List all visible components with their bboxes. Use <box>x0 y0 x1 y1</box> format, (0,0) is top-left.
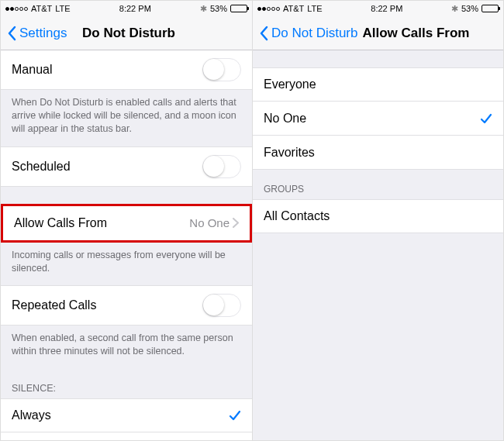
chevron-left-icon <box>7 26 16 41</box>
scheduled-toggle[interactable] <box>202 155 241 178</box>
page-title: Allow Calls From <box>362 26 469 41</box>
option-no-one-row[interactable]: No One <box>253 102 503 136</box>
repeated-calls-toggle[interactable] <box>202 294 241 317</box>
screen-allow-calls-from: AT&T LTE 8:22 PM ✱ 53% Do Not Disturb Al… <box>252 1 503 440</box>
allow-calls-value: No One <box>189 216 230 229</box>
silence-always-row[interactable]: Always <box>1 398 252 432</box>
settings-content[interactable]: Manual When Do Not Disturb is enabled ca… <box>1 50 252 440</box>
allow-calls-from-row[interactable]: Allow Calls From No One <box>3 206 250 240</box>
option-everyone-label: Everyone <box>264 78 492 91</box>
repeated-calls-label: Repeated Calls <box>12 298 202 312</box>
option-everyone-row[interactable]: Everyone <box>253 67 503 102</box>
back-button[interactable]: Settings <box>7 26 67 41</box>
allow-calls-footer-text: Incoming calls or messages from everyone… <box>1 243 252 286</box>
manual-toggle[interactable] <box>202 58 241 81</box>
bluetooth-icon: ✱ <box>200 4 207 14</box>
clock-label: 8:22 PM <box>371 4 402 13</box>
signal-dots-icon <box>257 7 280 11</box>
screen-do-not-disturb: AT&T LTE 8:22 PM ✱ 53% Settings Do Not D… <box>1 1 252 440</box>
silence-locked-row[interactable]: Only while iPhone is locked <box>1 432 252 440</box>
silence-always-label: Always <box>12 408 229 422</box>
chevron-right-icon <box>233 218 239 228</box>
allow-calls-highlight: Allow Calls From No One <box>1 204 252 243</box>
battery-pct-label: 53% <box>210 4 227 13</box>
group-all-contacts-label: All Contacts <box>264 209 492 223</box>
allow-calls-content[interactable]: Everyone No One Favorites GROUPS All Con… <box>253 50 503 440</box>
checkmark-icon <box>480 112 492 125</box>
bluetooth-icon: ✱ <box>451 4 458 14</box>
manual-row[interactable]: Manual <box>1 50 252 90</box>
battery-pct-label: 53% <box>461 4 478 13</box>
battery-icon <box>482 5 499 12</box>
silence-header: SILENCE: <box>1 369 252 398</box>
back-button[interactable]: Do Not Disturb <box>259 26 357 41</box>
checkmark-icon <box>229 409 241 422</box>
status-bar: AT&T LTE 8:22 PM ✱ 53% <box>1 1 252 16</box>
battery-icon <box>230 5 247 12</box>
network-label: LTE <box>55 4 70 13</box>
repeated-calls-row[interactable]: Repeated Calls <box>1 285 252 326</box>
groups-header: GROUPS <box>253 170 503 199</box>
back-label: Settings <box>19 26 67 41</box>
nav-bar: Settings Do Not Disturb <box>1 16 252 50</box>
signal-dots-icon <box>5 7 28 11</box>
manual-footer-text: When Do Not Disturb is enabled calls and… <box>1 90 252 146</box>
nav-bar: Do Not Disturb Allow Calls From <box>253 16 503 50</box>
allow-calls-label: Allow Calls From <box>14 216 189 230</box>
network-label: LTE <box>307 4 322 13</box>
carrier-label: AT&T <box>283 4 304 13</box>
option-favorites-row[interactable]: Favorites <box>253 136 503 170</box>
clock-label: 8:22 PM <box>119 4 151 13</box>
status-bar: AT&T LTE 8:22 PM ✱ 53% <box>253 1 503 16</box>
repeated-footer-text: When enabled, a second call from the sam… <box>1 326 252 369</box>
back-label: Do Not Disturb <box>271 26 357 41</box>
option-no-one-label: No One <box>264 112 480 126</box>
manual-label: Manual <box>12 63 202 77</box>
chevron-left-icon <box>259 26 268 41</box>
scheduled-label: Scheduled <box>12 160 202 174</box>
option-favorites-label: Favorites <box>264 146 492 160</box>
scheduled-row[interactable]: Scheduled <box>1 146 252 187</box>
carrier-label: AT&T <box>31 4 52 13</box>
group-all-contacts-row[interactable]: All Contacts <box>253 199 503 233</box>
